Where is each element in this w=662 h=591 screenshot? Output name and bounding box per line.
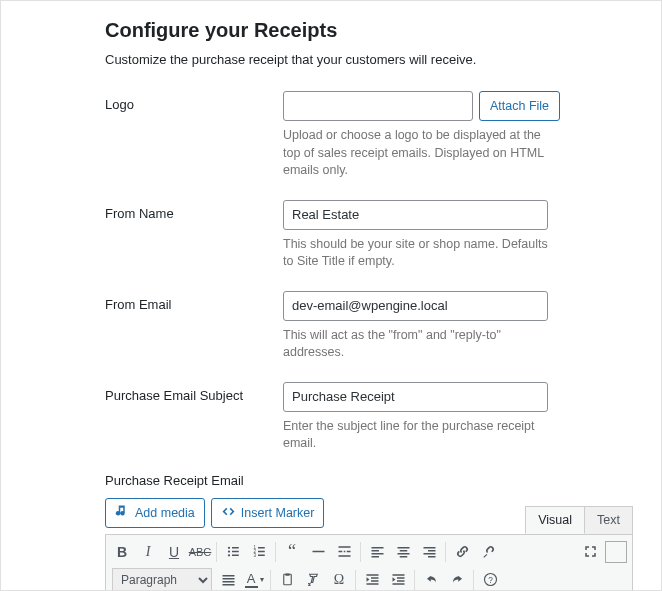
textcolor-button[interactable]: A▾ (241, 567, 267, 592)
toolbar-toggle-button[interactable] (605, 541, 627, 563)
svg-text:?: ? (488, 576, 493, 585)
align-right-button[interactable] (416, 539, 442, 565)
subject-input[interactable] (283, 382, 548, 412)
svg-rect-25 (399, 556, 407, 558)
logo-input[interactable] (283, 91, 473, 121)
strike-button[interactable]: ABC (187, 539, 213, 565)
svg-rect-43 (397, 580, 405, 582)
justify-button[interactable] (215, 567, 241, 592)
code-icon (221, 504, 236, 522)
readmore-button[interactable] (331, 539, 357, 565)
svg-rect-44 (392, 583, 404, 585)
svg-rect-34 (222, 584, 234, 586)
unlink-button[interactable] (475, 539, 501, 565)
insert-marker-button[interactable]: Insert Marker (211, 498, 325, 528)
svg-rect-24 (397, 553, 409, 555)
page-title: Configure your Receipts (105, 19, 633, 42)
from-email-label: From Email (105, 291, 283, 312)
bullet-list-button[interactable] (220, 539, 246, 565)
special-char-button[interactable]: Ω (326, 567, 352, 592)
svg-rect-42 (397, 577, 405, 579)
svg-rect-20 (371, 553, 383, 555)
svg-rect-1 (232, 547, 239, 549)
svg-rect-13 (338, 546, 350, 548)
field-logo: Logo Attach File Upload or choose a logo… (105, 91, 633, 180)
svg-rect-18 (371, 547, 383, 549)
svg-rect-26 (423, 547, 435, 549)
svg-rect-11 (258, 555, 265, 557)
link-button[interactable] (449, 539, 475, 565)
svg-rect-17 (338, 555, 350, 557)
svg-rect-22 (397, 547, 409, 549)
settings-panel: Configure your Receipts Customize the pu… (0, 0, 662, 591)
svg-rect-7 (258, 547, 265, 549)
svg-rect-15 (343, 551, 345, 553)
subject-help: Enter the subject line for the purchase … (283, 418, 553, 453)
svg-rect-3 (232, 551, 239, 553)
svg-rect-40 (366, 583, 378, 585)
svg-rect-35 (283, 574, 291, 585)
svg-rect-33 (222, 581, 234, 583)
from-name-input[interactable] (283, 200, 548, 230)
from-email-input[interactable] (283, 291, 548, 321)
indent-button[interactable] (385, 567, 411, 592)
svg-point-0 (227, 547, 229, 549)
italic-button[interactable]: I (135, 539, 161, 565)
from-name-help: This should be your site or shop name. D… (283, 236, 553, 271)
attach-file-button[interactable]: Attach File (479, 91, 560, 121)
svg-rect-41 (392, 574, 404, 576)
hr-button[interactable] (305, 539, 331, 565)
numbered-list-button[interactable]: 123 (246, 539, 272, 565)
help-button[interactable]: ? (477, 567, 503, 592)
add-media-label: Add media (135, 506, 195, 520)
field-subject: Purchase Email Subject Enter the subject… (105, 382, 633, 453)
svg-point-4 (227, 554, 229, 556)
redo-button[interactable] (444, 567, 470, 592)
svg-rect-39 (371, 580, 379, 582)
svg-rect-28 (423, 553, 435, 555)
tab-visual[interactable]: Visual (525, 506, 585, 534)
field-from-name: From Name This should be your site or sh… (105, 200, 633, 271)
outdent-button[interactable] (359, 567, 385, 592)
editor-section-label: Purchase Receipt Email (105, 473, 633, 488)
svg-rect-5 (232, 555, 239, 557)
editor-toolbar: B I U ABC 123 “ (105, 534, 633, 592)
svg-rect-31 (222, 575, 234, 577)
from-name-label: From Name (105, 200, 283, 221)
page-subtitle: Customize the purchase receipt that your… (105, 52, 633, 67)
svg-rect-21 (371, 556, 379, 558)
svg-rect-36 (285, 574, 290, 576)
svg-rect-12 (312, 551, 324, 553)
field-from-email: From Email This will act as the "from" a… (105, 291, 633, 362)
from-email-help: This will act as the "from" and "reply-t… (283, 327, 553, 362)
svg-rect-27 (428, 550, 436, 552)
tab-text[interactable]: Text (584, 506, 633, 534)
svg-rect-37 (366, 574, 378, 576)
blockquote-button[interactable]: “ (279, 539, 305, 565)
clear-format-button[interactable] (300, 567, 326, 592)
svg-rect-19 (371, 550, 379, 552)
svg-rect-9 (258, 551, 265, 553)
svg-rect-30 (483, 554, 487, 558)
paste-button[interactable] (274, 567, 300, 592)
svg-rect-38 (371, 577, 379, 579)
bold-button[interactable]: B (109, 539, 135, 565)
undo-button[interactable] (418, 567, 444, 592)
subject-label: Purchase Email Subject (105, 382, 283, 403)
svg-rect-23 (399, 550, 407, 552)
svg-point-2 (227, 550, 229, 552)
svg-rect-29 (428, 556, 436, 558)
svg-rect-32 (222, 578, 234, 580)
format-select[interactable]: Paragraph (112, 568, 212, 592)
add-media-button[interactable]: Add media (105, 498, 205, 528)
svg-rect-14 (338, 551, 342, 553)
align-center-button[interactable] (390, 539, 416, 565)
insert-marker-label: Insert Marker (241, 506, 315, 520)
svg-text:3: 3 (253, 553, 256, 558)
music-note-icon (115, 504, 130, 522)
fullscreen-button[interactable] (577, 539, 603, 565)
logo-label: Logo (105, 91, 283, 112)
svg-rect-16 (346, 551, 350, 553)
underline-button[interactable]: U (161, 539, 187, 565)
align-left-button[interactable] (364, 539, 390, 565)
